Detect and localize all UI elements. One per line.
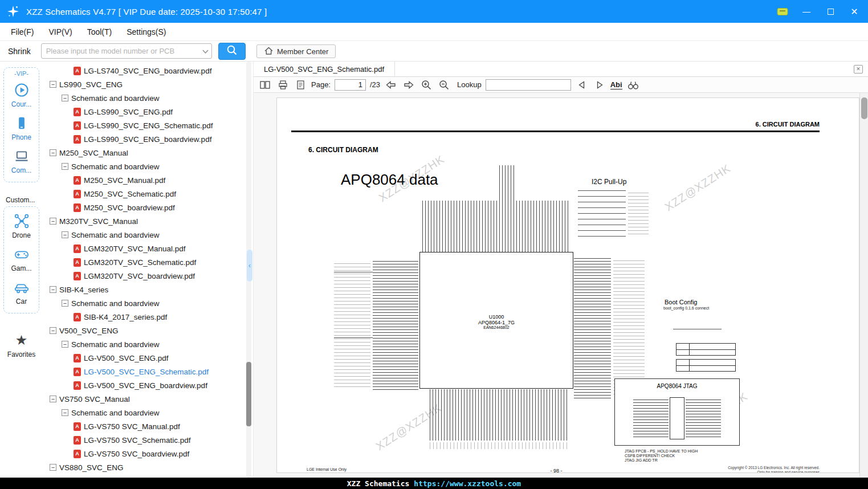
next-result-icon[interactable] — [593, 79, 606, 91]
close-button[interactable]: ✕ — [846, 5, 862, 18]
tree-scrollbar-thumb[interactable] — [246, 362, 251, 426]
tree-item-pdf[interactable]: AM250_SVC_Manual.pdf — [43, 173, 253, 187]
tree-item-pdf[interactable]: ALG-V500_SVC_ENG_Schematic.pdf — [43, 365, 253, 378]
main-scrollbar[interactable] — [859, 93, 868, 478]
tree-item-folder[interactable]: −Schematic and boardview — [43, 406, 253, 419]
tree-item-pdf[interactable]: ALG-LS990_SVC_ENG.pdf — [43, 105, 253, 119]
boot-config-label: Boot Config — [665, 299, 697, 305]
search-button[interactable] — [218, 43, 246, 60]
sidebar-item-course[interactable]: Cour... — [4, 78, 39, 111]
tree-item-pdf[interactable]: ALG-VS750 SVC_boardview.pdf — [43, 447, 253, 461]
chevron-down-icon[interactable] — [200, 48, 211, 55]
tree-item-pdf[interactable]: ALGM320TV_SVC_Schematic.pdf — [43, 255, 253, 269]
tree-item-label: V500_SVC_ENG — [59, 327, 119, 335]
tree-item-pdf[interactable]: ALG-LS990_SVC_ENG_Schematic.pdf — [43, 119, 253, 132]
tree-item-label: M250_SVC_Manual — [59, 149, 128, 157]
document-tab[interactable]: LG-V500_SVC_ENG_Schematic.pdf — [254, 62, 395, 76]
pdf-file-icon: A — [74, 108, 81, 116]
maximize-button[interactable] — [822, 5, 838, 18]
model-search-combo[interactable] — [41, 43, 212, 59]
tree-item-pdf[interactable]: ALG-LS990_SVC_ENG_boardview.pdf — [43, 132, 253, 146]
jtag-notes: JTAG FPCB - PS_HOLD HAVE TO HIGH CSFB DI… — [625, 449, 698, 463]
tree-item-pdf[interactable]: ALGM320TV_SVC_Manual.pdf — [43, 242, 253, 255]
collapse-minus-icon[interactable]: − — [62, 300, 68, 307]
zoom-out-icon[interactable] — [437, 79, 451, 91]
zoom-in-icon[interactable] — [419, 79, 433, 91]
tree-item-folder[interactable]: −LS990_SVC_ENG — [43, 78, 253, 91]
vip-badge-icon[interactable] — [775, 5, 790, 18]
menu-vip[interactable]: VIP(V) — [41, 23, 79, 40]
collapse-minus-icon[interactable]: − — [62, 409, 68, 416]
search-input[interactable] — [42, 47, 200, 55]
tree-item-pdf[interactable]: ALGM320TV_SVC_boardview.pdf — [43, 269, 253, 283]
match-case-toggle[interactable]: Abi — [610, 80, 622, 89]
pdf-file-icon: A — [74, 244, 81, 253]
pdf-file-icon: A — [74, 203, 81, 212]
sidebar-item-car[interactable]: Car — [4, 275, 39, 308]
chip-refdes: U1000 — [420, 314, 573, 320]
tree-item-folder[interactable]: −Schematic and boardview — [43, 337, 253, 351]
menu-file[interactable]: File(F) — [3, 23, 41, 40]
boot-config-line — [673, 329, 722, 329]
tree-item-folder[interactable]: −M250_SVC_Manual — [43, 146, 253, 160]
shrink-button[interactable]: Shrink — [5, 44, 34, 58]
tree-item-pdf[interactable]: AM250_SVC_Schematic.pdf — [43, 187, 253, 201]
collapse-minus-icon[interactable]: − — [62, 163, 68, 170]
facing-pages-icon[interactable] — [258, 79, 272, 91]
tree-item-folder[interactable]: −Schematic and boardview — [43, 228, 253, 242]
tree-item-folder[interactable]: −M320TV_SVC_Manual — [43, 214, 253, 228]
sidebar-item-computer[interactable]: Com... — [4, 144, 39, 177]
export-page-icon[interactable] — [294, 79, 307, 91]
collapse-minus-icon[interactable]: − — [50, 81, 56, 88]
chip-pins-bottom — [430, 389, 569, 441]
tree-item-pdf[interactable]: ASIB-K4_2017_series.pdf — [43, 310, 253, 324]
print-icon[interactable] — [276, 79, 290, 91]
collapse-minus-icon[interactable]: − — [50, 464, 56, 471]
tree-item-label: M250_SVC_boardview.pdf — [84, 203, 175, 212]
collapse-minus-icon[interactable]: − — [50, 396, 56, 402]
minimize-button[interactable]: — — [798, 5, 814, 18]
tree-item-folder[interactable]: −Schematic and boardview — [43, 91, 253, 105]
sidebar-item-favorites[interactable]: ★ Favorites — [0, 328, 43, 361]
tree-item-folder[interactable]: −V500_SVC_ENG — [43, 324, 253, 337]
pdf-viewer[interactable]: 6. CIRCUIT DIAGRAM 6. CIRCUIT DIAGRAM AP… — [254, 93, 868, 478]
tree-item-folder[interactable]: −VS750 SVC_Manual — [43, 392, 253, 406]
collapse-minus-icon[interactable]: − — [50, 286, 56, 293]
menu-settings[interactable]: Settings(S) — [119, 23, 173, 40]
previous-result-icon[interactable] — [575, 79, 589, 91]
menu-tool[interactable]: Tool(T) — [80, 23, 120, 40]
pdf-file-icon: A — [74, 272, 81, 280]
collapse-minus-icon[interactable]: − — [62, 231, 68, 238]
member-center-button[interactable]: Member Center — [256, 44, 336, 58]
binoculars-search-icon[interactable] — [626, 79, 640, 91]
tree-item-pdf[interactable]: ALG-V500_SVC_ENG.pdf — [43, 351, 253, 365]
tree-item-pdf[interactable]: ALG-VS750 SVC_Manual.pdf — [43, 419, 253, 433]
next-page-icon[interactable] — [402, 79, 415, 91]
tree-item-folder[interactable]: −SIB-K4_series — [43, 283, 253, 296]
sidebar-item-phone[interactable]: Phone — [4, 111, 39, 144]
sidebar-item-games[interactable]: Gam... — [4, 242, 39, 275]
tree-item-pdf[interactable]: ALG-V500_SVC_ENG_boardview.pdf — [43, 378, 253, 392]
tree-item-label: LG-LS990_SVC_ENG.pdf — [84, 108, 173, 116]
tree-item-pdf[interactable]: AM250_SVC_boardview.pdf — [43, 201, 253, 214]
status-url[interactable]: https://www.xzztools.com — [414, 479, 521, 488]
collapse-minus-icon[interactable]: − — [50, 149, 56, 156]
collapse-panel-handle[interactable]: ‹ — [247, 250, 252, 282]
tree-item-pdf[interactable]: ALG-LS740_SVC_ENG_boardview.pdf — [43, 64, 253, 78]
close-tab-icon[interactable]: ✕ — [854, 65, 863, 74]
collapse-minus-icon[interactable]: − — [50, 327, 56, 334]
tree-item-folder[interactable]: −Schematic and boardview — [43, 296, 253, 310]
collapse-minus-icon[interactable]: − — [50, 218, 56, 225]
page-number-input[interactable] — [335, 79, 366, 91]
tree-item-folder[interactable]: −Schematic and boardview — [43, 160, 253, 173]
collapse-minus-icon[interactable]: − — [62, 95, 68, 101]
sidebar-item-drone[interactable]: Drone — [4, 209, 39, 242]
previous-page-icon[interactable] — [384, 79, 398, 91]
main-scrollbar-thumb[interactable] — [861, 97, 867, 119]
lookup-input[interactable] — [486, 79, 571, 91]
tree-item-label: Schematic and boardview — [71, 299, 160, 308]
collapse-minus-icon[interactable]: − — [62, 341, 68, 348]
tree-item-folder[interactable]: −VS880_SVC_ENG — [43, 461, 253, 474]
tree-item-pdf[interactable]: ALG-VS750 SVC_Schematic.pdf — [43, 433, 253, 447]
tree-item-label: LGM320TV_SVC_Schematic.pdf — [84, 258, 196, 267]
